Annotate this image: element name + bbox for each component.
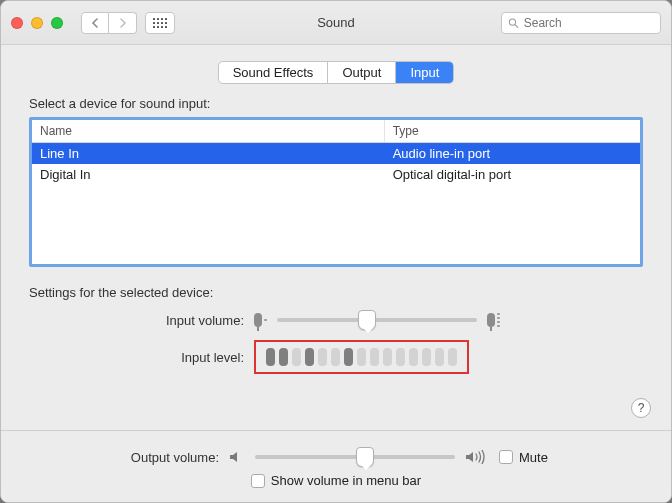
output-volume-slider[interactable]: [255, 447, 455, 467]
output-volume-label: Output volume:: [29, 450, 229, 465]
device-name: Digital In: [32, 164, 385, 185]
device-name: Line In: [32, 143, 385, 164]
show-all-button[interactable]: [145, 12, 175, 34]
level-segment: [305, 348, 314, 366]
level-segment: [409, 348, 418, 366]
svg-point-0: [509, 18, 515, 24]
mute-label: Mute: [519, 450, 548, 465]
level-segment: [435, 348, 444, 366]
level-segment: [331, 348, 340, 366]
select-device-heading: Select a device for sound input:: [29, 96, 643, 111]
column-type[interactable]: Type: [385, 120, 640, 142]
svg-line-1: [515, 24, 518, 27]
chevron-left-icon: [91, 18, 99, 28]
input-level-label: Input level:: [29, 350, 254, 365]
input-level-row: Input level:: [29, 340, 643, 374]
table-row[interactable]: Digital In Optical digital-in port: [32, 164, 640, 185]
input-volume-label: Input volume:: [29, 313, 254, 328]
level-segment: [448, 348, 457, 366]
footer: Output volume: Mute Show volume in menu …: [1, 430, 671, 502]
tab-sound-effects[interactable]: Sound Effects: [219, 62, 329, 83]
level-segment: [318, 348, 327, 366]
microphone-high-icon: [487, 313, 500, 327]
level-segment: [383, 348, 392, 366]
level-segment: [266, 348, 275, 366]
mute-checkbox[interactable]: Mute: [499, 450, 548, 465]
level-segment: [292, 348, 301, 366]
device-type: Audio line-in port: [385, 143, 640, 164]
level-segment: [422, 348, 431, 366]
speaker-low-icon: [229, 450, 245, 464]
level-segment: [279, 348, 288, 366]
close-button[interactable]: [11, 17, 23, 29]
input-volume-slider[interactable]: [277, 310, 477, 330]
device-settings: Settings for the selected device: Input …: [29, 285, 643, 374]
forward-button[interactable]: [109, 12, 137, 34]
checkbox-box: [499, 450, 513, 464]
back-button[interactable]: [81, 12, 109, 34]
search-field[interactable]: [501, 12, 661, 34]
level-segment: [370, 348, 379, 366]
input-device-table[interactable]: Name Type Line In Audio line-in port Dig…: [29, 117, 643, 267]
speaker-high-icon: [465, 450, 487, 464]
grid-icon: [153, 18, 167, 28]
device-type: Optical digital-in port: [385, 164, 640, 185]
tab-bar: Sound Effects Output Input: [1, 61, 671, 84]
level-segment: [344, 348, 353, 366]
checkbox-box: [251, 474, 265, 488]
table-row[interactable]: Line In Audio line-in port: [32, 143, 640, 164]
show-volume-label: Show volume in menu bar: [271, 473, 421, 488]
settings-heading: Settings for the selected device:: [29, 285, 643, 300]
segmented-control: Sound Effects Output Input: [218, 61, 455, 84]
traffic-lights: [11, 17, 63, 29]
tab-input[interactable]: Input: [396, 62, 453, 83]
help-button[interactable]: ?: [631, 398, 651, 418]
titlebar: Sound: [1, 1, 671, 45]
tab-output[interactable]: Output: [328, 62, 396, 83]
sound-prefs-window: Sound Sound Effects Output Input Select …: [0, 0, 672, 503]
level-segment: [396, 348, 405, 366]
chevron-right-icon: [119, 18, 127, 28]
search-input[interactable]: [524, 16, 654, 30]
column-name[interactable]: Name: [32, 120, 385, 142]
zoom-button[interactable]: [51, 17, 63, 29]
show-volume-checkbox[interactable]: Show volume in menu bar: [251, 473, 421, 488]
input-level-meter: [254, 340, 469, 374]
input-volume-row: Input volume:: [29, 310, 643, 330]
nav-group: [81, 12, 137, 34]
minimize-button[interactable]: [31, 17, 43, 29]
show-volume-row: Show volume in menu bar: [29, 473, 643, 488]
level-segment: [357, 348, 366, 366]
output-volume-row: Output volume: Mute: [29, 447, 643, 467]
search-icon: [508, 17, 519, 29]
table-header: Name Type: [32, 120, 640, 143]
microphone-low-icon: [254, 313, 267, 327]
content-area: Select a device for sound input: Name Ty…: [1, 84, 671, 394]
